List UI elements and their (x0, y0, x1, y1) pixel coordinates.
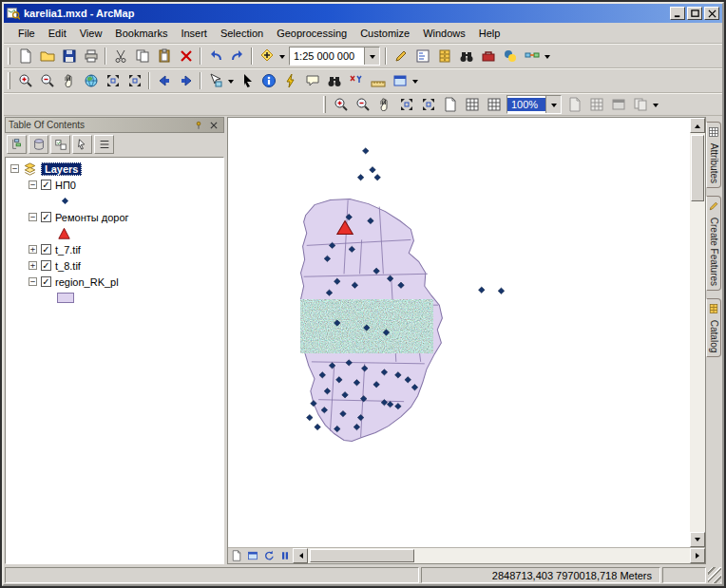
list-by-source-button[interactable] (29, 135, 48, 154)
go-back-extent-button[interactable] (153, 70, 175, 91)
zoom-out-tool[interactable] (36, 70, 58, 91)
layout-zoom-out-tool[interactable] (352, 94, 373, 115)
horizontal-scrollbar[interactable] (293, 548, 705, 563)
menu-edit[interactable]: Edit (42, 25, 73, 42)
toc-header[interactable]: Table Of Contents (5, 117, 224, 133)
horizontal-scroll-thumb[interactable] (310, 549, 414, 562)
expander-icon[interactable]: + (29, 245, 37, 254)
layout-data-driven-pages-button[interactable] (629, 94, 651, 115)
maximize-button[interactable] (687, 7, 702, 20)
fixed-zoom-in-button[interactable] (102, 70, 124, 91)
layout-toggle-draft-mode-button[interactable] (564, 94, 585, 115)
python-window-button[interactable] (499, 46, 521, 66)
toc-layer-row[interactable]: − ✓ region_RK_pl (6, 274, 223, 290)
data-view-button[interactable] (228, 548, 244, 563)
zoom-in-tool[interactable] (14, 70, 36, 91)
print-button[interactable] (80, 46, 102, 66)
expander-icon[interactable]: − (10, 164, 19, 173)
select-features-dropdown[interactable] (226, 70, 236, 91)
tab-create-features[interactable]: Create Features (706, 196, 721, 291)
menu-file[interactable]: File (11, 25, 42, 42)
menu-help[interactable]: Help (472, 25, 507, 42)
refresh-view-button[interactable] (260, 548, 277, 563)
close-button[interactable] (704, 7, 719, 20)
select-elements-tool[interactable] (236, 70, 258, 91)
cut-button[interactable] (109, 46, 131, 66)
pause-drawing-button[interactable] (277, 548, 293, 563)
layout-view-button[interactable] (244, 548, 260, 563)
hyperlink-tool[interactable] (279, 70, 301, 91)
fixed-zoom-out-button[interactable] (124, 70, 145, 91)
layout-zoom-combo[interactable]: 100% (506, 95, 562, 114)
toc-layer-row[interactable]: + ✓ t_8.tif (6, 257, 223, 274)
menu-insert[interactable]: Insert (174, 25, 214, 42)
toc-root-row[interactable]: − Layers (6, 161, 223, 177)
redo-button[interactable] (226, 46, 248, 66)
editor-toolbar-button[interactable] (390, 46, 411, 66)
toc-close-button[interactable] (207, 119, 220, 131)
toolbar-overflow[interactable] (543, 46, 552, 66)
map-scale-dropdown[interactable] (364, 47, 379, 65)
expander-icon[interactable]: + (29, 261, 37, 270)
layer-label[interactable]: НП0 (55, 180, 76, 191)
toolbar-grip[interactable] (8, 47, 10, 65)
search-window-button[interactable] (455, 46, 477, 66)
map-view[interactable] (228, 118, 690, 547)
full-extent-button[interactable] (80, 70, 102, 91)
layer-visibility-checkbox[interactable]: ✓ (41, 244, 51, 255)
minimize-button[interactable] (670, 7, 685, 20)
vertical-scrollbar[interactable] (690, 118, 705, 547)
window-resize-grip[interactable] (708, 567, 721, 583)
scroll-up-button[interactable] (690, 118, 705, 133)
go-forward-extent-button[interactable] (175, 70, 197, 91)
menu-customize[interactable]: Customize (353, 25, 416, 42)
open-button[interactable] (36, 46, 58, 66)
expander-icon[interactable]: − (29, 277, 37, 286)
catalog-window-button[interactable] (433, 46, 455, 66)
layout-zoom-dropdown[interactable] (545, 96, 561, 113)
layer-label[interactable]: Ремонты дорог (55, 212, 129, 223)
add-data-dropdown[interactable] (277, 46, 287, 66)
layer-label[interactable]: region_RK_pl (55, 276, 119, 288)
tab-attributes[interactable]: Attributes (706, 122, 721, 188)
layout-change-layout-button[interactable] (607, 94, 629, 115)
html-popup-tool[interactable] (301, 70, 323, 91)
menu-geoprocessing[interactable]: Geoprocessing (270, 25, 353, 42)
paste-button[interactable] (153, 46, 175, 66)
find-button[interactable] (323, 70, 345, 91)
layout-zoom-in-tool[interactable] (330, 94, 352, 115)
toc-root-label[interactable]: Layers (41, 162, 82, 176)
list-by-visibility-button[interactable] (50, 135, 70, 154)
toolbar-overflow[interactable] (651, 94, 660, 115)
scroll-left-button[interactable] (293, 548, 308, 563)
toc-layer-row[interactable]: − ✓ Ремонты дорог (6, 209, 223, 225)
toolbar-grip[interactable] (8, 72, 10, 89)
layer-label[interactable]: t_7.tif (55, 244, 81, 256)
add-data-button[interactable] (256, 46, 277, 66)
scroll-down-button[interactable] (690, 532, 705, 547)
toc-layer-row[interactable]: + ✓ t_7.tif (6, 241, 223, 257)
arctoolbox-button[interactable] (477, 46, 499, 66)
scroll-right-button[interactable] (690, 548, 705, 563)
layout-zoom-whole-page-button[interactable] (439, 94, 461, 115)
go-to-xy-button[interactable] (345, 70, 367, 91)
layer-visibility-checkbox[interactable]: ✓ (41, 212, 51, 222)
layout-fixed-zoom-in-button[interactable] (395, 94, 417, 115)
toc-options-button[interactable] (94, 135, 114, 154)
vertical-scroll-thumb[interactable] (691, 135, 704, 201)
toc-pin-button[interactable] (192, 119, 205, 131)
undo-button[interactable] (204, 46, 226, 66)
layout-toggle-grid-button[interactable] (483, 94, 505, 115)
measure-tool[interactable] (367, 70, 389, 91)
tab-catalog[interactable]: Catalog (706, 298, 721, 357)
list-by-selection-button[interactable] (72, 135, 92, 154)
new-map-button[interactable] (14, 46, 36, 66)
map-scale-combo[interactable]: 1:25 000 000 (289, 47, 380, 66)
layout-zoom-100-button[interactable] (461, 94, 483, 115)
toolbar-overflow[interactable] (411, 70, 420, 91)
copy-button[interactable] (131, 46, 153, 66)
select-features-tool[interactable] (204, 70, 226, 91)
table-of-contents-window-button[interactable] (411, 46, 433, 66)
save-button[interactable] (58, 46, 80, 66)
layout-fixed-zoom-out-button[interactable] (417, 94, 439, 115)
